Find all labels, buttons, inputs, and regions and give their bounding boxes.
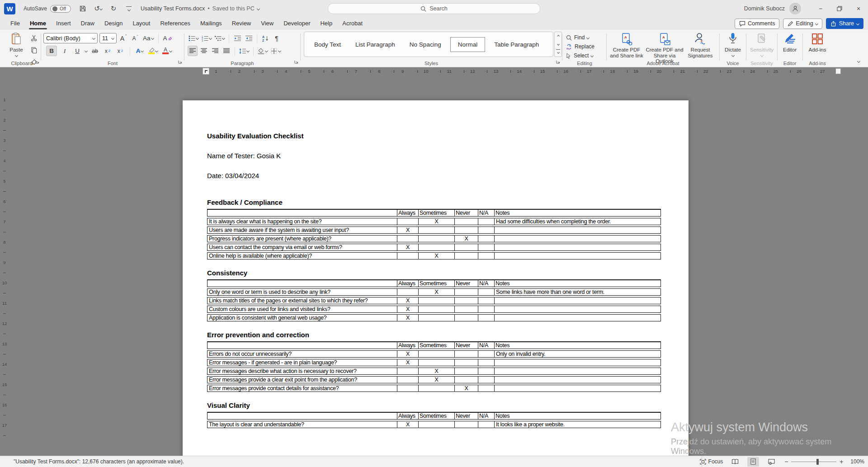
notes-cell[interactable] <box>494 368 661 375</box>
never-cell[interactable] <box>454 359 478 366</box>
justify-button[interactable] <box>222 46 231 56</box>
underline-dropdown-icon[interactable] <box>85 49 88 52</box>
cut-button[interactable] <box>29 33 39 43</box>
na-cell[interactable] <box>478 385 494 392</box>
notes-cell[interactable] <box>494 359 661 366</box>
read-mode-button[interactable] <box>729 457 741 467</box>
increase-indent-button[interactable] <box>244 33 254 43</box>
grow-font-button[interactable]: Aˆ <box>118 33 128 43</box>
always-cell[interactable]: X <box>397 350 418 358</box>
italic-button[interactable]: I <box>60 46 70 56</box>
always-cell[interactable]: X <box>397 297 418 304</box>
never-cell[interactable]: X <box>454 235 478 242</box>
always-cell[interactable] <box>397 235 418 242</box>
na-cell[interactable] <box>478 421 494 428</box>
close-button[interactable]: × <box>849 0 868 17</box>
restore-button[interactable] <box>830 0 849 17</box>
question-cell[interactable]: Errors do not occur unnecessarily? <box>207 350 397 358</box>
customize-qat-button[interactable] <box>124 4 133 13</box>
na-cell[interactable] <box>478 350 494 358</box>
notes-cell[interactable] <box>494 235 661 242</box>
always-cell[interactable]: X <box>397 306 418 313</box>
tab-insert[interactable]: Insert <box>51 18 76 30</box>
font-color-button[interactable]: A <box>161 46 173 56</box>
line-spacing-button[interactable] <box>238 46 250 56</box>
never-cell[interactable] <box>454 306 478 313</box>
decrease-indent-button[interactable] <box>232 33 242 43</box>
never-cell[interactable] <box>454 314 478 321</box>
na-cell[interactable] <box>478 359 494 366</box>
search-input[interactable]: Search <box>328 3 540 14</box>
question-cell[interactable]: It is always clear what is happening on … <box>207 218 397 225</box>
sort-button[interactable]: AZ <box>260 33 270 43</box>
save-button[interactable] <box>78 4 87 13</box>
na-cell[interactable] <box>478 226 494 234</box>
notes-cell[interactable] <box>494 226 661 234</box>
font-size-select[interactable]: 11 <box>99 33 117 43</box>
always-cell[interactable] <box>397 288 418 296</box>
always-cell[interactable]: X <box>397 244 418 251</box>
notes-cell[interactable] <box>494 306 661 313</box>
question-cell[interactable]: Progress indicators are present (where a… <box>207 235 397 242</box>
subscript-button[interactable]: x2 <box>103 46 113 56</box>
na-cell[interactable] <box>478 244 494 251</box>
never-cell[interactable] <box>454 244 478 251</box>
always-cell[interactable] <box>397 385 418 392</box>
na-cell[interactable] <box>478 368 494 375</box>
sometimes-cell[interactable] <box>418 244 454 251</box>
question-cell[interactable]: Online help is available (where applicab… <box>207 252 397 259</box>
word-logo-icon[interactable]: W <box>4 3 15 14</box>
na-cell[interactable] <box>478 297 494 304</box>
redo-button[interactable]: ↻ <box>109 4 118 13</box>
sometimes-cell[interactable] <box>418 306 454 313</box>
sometimes-cell[interactable] <box>418 235 454 242</box>
notes-cell[interactable] <box>494 297 661 304</box>
always-cell[interactable]: X <box>397 226 418 234</box>
strikethrough-button[interactable]: ab <box>90 46 100 56</box>
character-count[interactable]: "Usability Test Forms.docx": 12,676 char… <box>14 456 184 467</box>
notes-cell[interactable] <box>494 252 661 259</box>
align-left-button[interactable] <box>188 46 198 56</box>
horizontal-ruler[interactable]: 1··2··3··4··5··6··7··8··9··10··11··12··1… <box>0 68 868 75</box>
always-cell[interactable]: X <box>397 359 418 366</box>
numbering-button[interactable]: 123 <box>201 33 212 43</box>
tab-home[interactable]: Home <box>25 18 51 30</box>
avatar[interactable] <box>789 3 801 14</box>
editing-mode-button[interactable]: Editing <box>783 19 822 29</box>
question-cell[interactable]: Links match titles of the pages or exter… <box>207 297 397 304</box>
create-pdf-share-link-button[interactable]: A Create PDF and Share link <box>608 32 645 64</box>
document-title-area[interactable]: Usability Test Forms.docx • Saved to thi… <box>141 5 259 12</box>
highlight-color-button[interactable] <box>147 46 159 56</box>
question-cell[interactable]: Error messages provide a clear exit poin… <box>207 376 397 383</box>
clear-formatting-button[interactable]: A <box>162 33 173 43</box>
style-item-no-spacing[interactable]: No Spacing <box>404 38 447 52</box>
collapse-ribbon-button[interactable] <box>858 56 860 64</box>
select-button[interactable]: Select <box>566 52 594 60</box>
style-item-table-paragraph[interactable]: Table Paragraph <box>489 38 544 52</box>
tab-file[interactable]: File <box>5 18 25 30</box>
share-button[interactable]: Share <box>826 18 863 29</box>
align-right-button[interactable] <box>210 46 220 56</box>
sometimes-cell[interactable] <box>418 350 454 358</box>
always-cell[interactable] <box>397 252 418 259</box>
user-name[interactable]: Dominik Subocz <box>744 5 785 12</box>
undo-button[interactable]: ↺ <box>94 4 103 13</box>
autosave-control[interactable]: AutoSave Off <box>24 5 71 13</box>
style-item-normal[interactable]: Normal <box>450 37 486 52</box>
text-effects-button[interactable]: A <box>135 46 145 56</box>
font-name-select[interactable]: Calibri (Body) <box>43 33 98 43</box>
minimize-button[interactable]: − <box>811 0 830 17</box>
paste-button[interactable]: Paste <box>6 32 26 57</box>
style-item-list-paragraph[interactable]: List Paragraph <box>350 38 401 52</box>
title-dropdown-icon[interactable] <box>257 7 260 10</box>
bullets-button[interactable] <box>188 33 199 43</box>
zoom-out-button[interactable]: − <box>783 458 789 465</box>
never-cell[interactable] <box>454 376 478 383</box>
tab-view[interactable]: View <box>256 18 278 30</box>
always-cell[interactable] <box>397 368 418 375</box>
sometimes-cell[interactable] <box>418 359 454 366</box>
never-cell[interactable] <box>454 297 478 304</box>
question-cell[interactable]: Application is consistent with general w… <box>207 314 397 321</box>
gallery-more-button[interactable] <box>555 48 561 57</box>
vertical-ruler[interactable]: 1234567891011121314151617 <box>1 90 8 435</box>
